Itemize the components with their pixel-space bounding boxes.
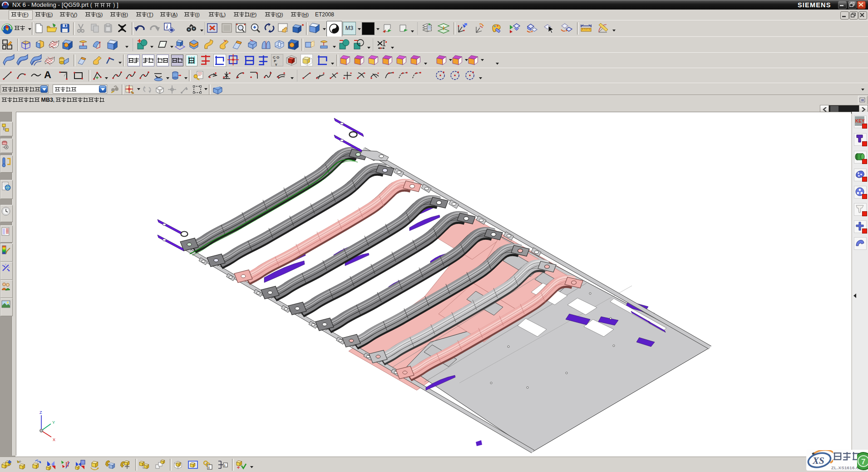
svg-text:Y: Y — [52, 420, 55, 425]
svg-text:i: i — [224, 463, 225, 467]
svg-text:i: i — [208, 465, 210, 470]
svg-text:Z: Z — [39, 410, 42, 415]
svg-text:X: X — [53, 437, 55, 442]
svg-text:i: i — [166, 23, 168, 30]
svg-text:7: 7 — [861, 457, 865, 466]
svg-text:XS: XS — [812, 455, 824, 466]
svg-text:KEY: KEY — [855, 119, 865, 124]
